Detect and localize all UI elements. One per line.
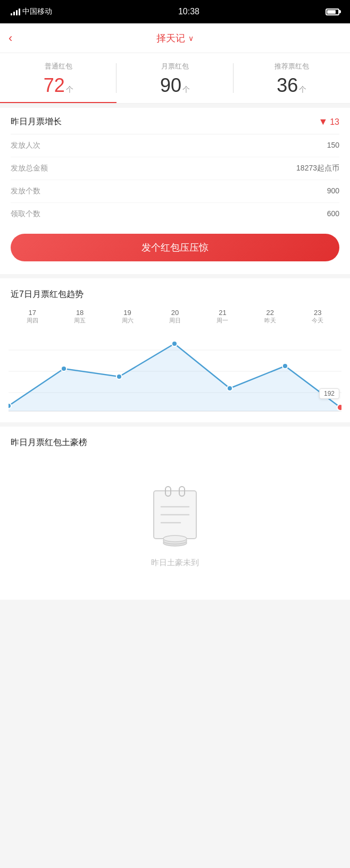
tab-active-indicator <box>0 102 116 103</box>
x-label-17: 17 周四 <box>9 309 56 325</box>
stat-received-label: 领取个数 <box>11 209 40 219</box>
nav-title: 择天记 ∨ <box>156 32 194 45</box>
stat-received-value: 600 <box>327 209 339 219</box>
leaderboard-section: 昨日月票红包土豪榜 昨日土豪未到 <box>0 427 350 600</box>
stats-badge: ▼ 13 <box>318 116 339 127</box>
chart-point-19 <box>116 374 122 379</box>
chart-tooltip: 192 <box>319 388 339 399</box>
tab-normal-hongbao[interactable]: 普通红包 72个 <box>0 53 116 103</box>
tab-normal-label: 普通红包 <box>45 62 72 71</box>
back-button[interactable]: ‹ <box>9 31 12 45</box>
stats-section: 昨日月票增长 ▼ 13 发放人次 150 发放总金额 18273起点币 发放个数… <box>0 108 350 225</box>
svg-point-12 <box>163 535 187 542</box>
battery-icon <box>326 8 339 15</box>
stats-header: 昨日月票增长 ▼ 13 <box>11 108 339 134</box>
stat-sent-label: 发放个数 <box>11 186 40 196</box>
empty-state-icon <box>143 480 207 549</box>
chart-svg-container: 192 <box>9 329 341 414</box>
stat-row-people: 发放人次 150 <box>11 134 339 157</box>
chart-point-21 <box>227 386 232 391</box>
chart-point-23-today <box>337 404 341 411</box>
stat-people-value: 150 <box>327 141 339 150</box>
stats-title: 昨日月票增长 <box>11 116 62 127</box>
x-label-22: 22 昨天 <box>246 309 294 325</box>
status-bar: 中国移动 10:38 <box>0 0 350 23</box>
empty-text: 昨日土豪未到 <box>151 558 199 568</box>
tab-section: 普通红包 72个 月票红包 90个 推荐票红包 36个 <box>0 53 350 104</box>
leaderboard-title: 昨日月票红包土豪榜 <box>9 437 341 448</box>
chart-point-17 <box>9 403 11 409</box>
chart-point-22 <box>282 363 288 369</box>
chart-section: 近7日月票红包趋势 17 周四 18 周五 19 周六 20 周日 21 周一 … <box>0 278 350 422</box>
leaderboard-empty-state: 昨日土豪未到 <box>9 470 341 589</box>
x-label-21: 21 周一 <box>199 309 246 325</box>
trend-down-icon: ▼ <box>318 116 328 127</box>
x-label-23: 23 今天 <box>294 309 341 325</box>
x-label-20: 20 周日 <box>151 309 198 325</box>
tab-monthly-value: 90个 <box>160 74 190 97</box>
x-label-19: 19 周六 <box>104 309 151 325</box>
stat-amount-label: 发放总金额 <box>11 164 48 173</box>
stat-sent-value: 900 <box>327 186 339 196</box>
line-chart <box>9 329 341 414</box>
tab-recommend-label: 推荐票红包 <box>274 62 309 71</box>
chart-point-18 <box>61 366 66 371</box>
stat-people-label: 发放人次 <box>11 141 40 150</box>
tab-recommend-hongbao[interactable]: 推荐票红包 36个 <box>234 53 350 103</box>
dropdown-arrow-icon[interactable]: ∨ <box>188 34 194 42</box>
tab-recommend-value: 36个 <box>277 74 306 97</box>
chart-x-labels: 17 周四 18 周五 19 周六 20 周日 21 周一 22 昨天 23 今… <box>9 309 341 325</box>
signal-icon <box>11 8 20 15</box>
time-label: 10:38 <box>178 7 199 16</box>
tab-normal-value: 72个 <box>44 74 73 97</box>
chart-point-20 <box>172 341 177 346</box>
cta-section: 发个红包压压惊 <box>0 225 350 274</box>
send-hongbao-button[interactable]: 发个红包压压惊 <box>11 234 339 261</box>
carrier-label: 中国移动 <box>22 7 52 16</box>
chart-fill <box>9 344 340 411</box>
chart-title: 近7日月票红包趋势 <box>9 289 341 300</box>
stats-badge-value: 13 <box>330 117 339 127</box>
tab-monthly-label: 月票红包 <box>161 62 189 71</box>
stat-row-received: 领取个数 600 <box>11 203 339 225</box>
status-left: 中国移动 <box>11 7 52 16</box>
stat-amount-value: 18273起点币 <box>296 164 339 173</box>
stat-row-amount: 发放总金额 18273起点币 <box>11 157 339 180</box>
tab-monthly-hongbao[interactable]: 月票红包 90个 <box>116 53 233 103</box>
nav-bar: ‹ 择天记 ∨ <box>0 23 350 53</box>
x-label-18: 18 周五 <box>56 309 103 325</box>
stat-row-sent: 发放个数 900 <box>11 180 339 203</box>
